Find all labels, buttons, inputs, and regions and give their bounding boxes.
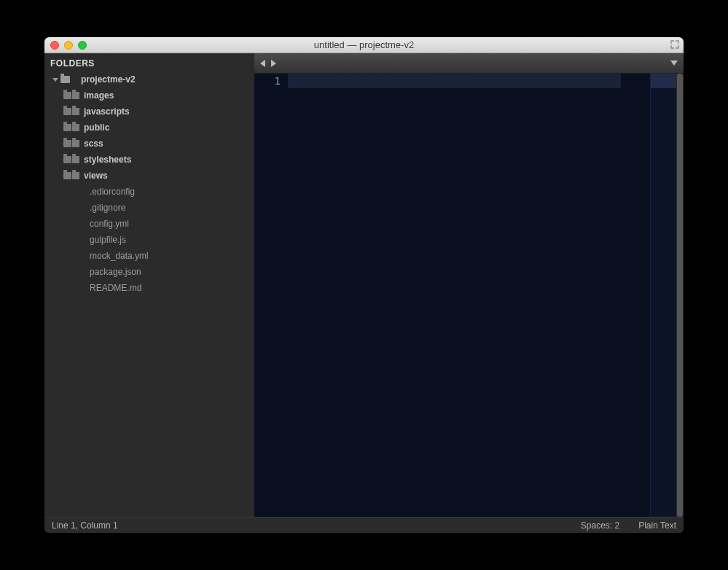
folder-icon [63,140,82,147]
editor-pane: 1 [254,53,684,517]
folder-icon [63,124,82,131]
app-body: FOLDERS projectme-v2 images [44,53,684,517]
folder-icon [63,108,82,115]
scrollbar[interactable] [676,74,684,517]
tree-file-label: gulpfile.js [90,235,126,245]
tree-folder-label: javascripts [84,106,130,117]
app-window: untitled — projectme-v2 FOLDERS projectm… [44,37,684,533]
tree-folder[interactable]: javascripts [44,104,254,120]
minimap[interactable] [650,74,676,517]
tree-file[interactable]: .ediorconfig [44,184,254,200]
tree-folder-label: public [84,122,109,133]
tree-folder[interactable]: views [44,168,254,184]
nav-forward-icon[interactable] [271,60,276,67]
sidebar: FOLDERS projectme-v2 images [44,53,254,517]
editor-body: 1 [254,74,684,517]
code-area[interactable] [288,74,650,517]
tree-file[interactable]: mock_data.yml [44,248,254,264]
folder-icon [63,156,82,163]
chevron-down-icon [52,76,59,83]
tree-file-label: README.md [90,283,141,293]
gutter: 1 [254,74,288,517]
tree-file-label: config.yml [90,219,129,229]
tree-file[interactable]: package.json [44,264,254,280]
close-button[interactable] [50,41,59,50]
current-line-highlight [288,74,621,88]
tree-file-label: .gitignore [90,203,125,213]
status-spaces[interactable]: Spaces: 2 [581,520,619,531]
sidebar-header: FOLDERS [44,53,254,71]
tree-folder-label: views [84,171,108,181]
tree-folder[interactable]: images [44,87,254,104]
folder-icon [60,76,79,83]
tree-file[interactable]: .gitignore [44,200,254,216]
minimap-viewport [651,74,676,88]
line-number: 1 [254,75,281,87]
tree-file[interactable]: README.md [44,280,254,296]
tree-file-label: mock_data.yml [90,251,149,261]
status-cursor[interactable]: Line 1, Column 1 [52,520,118,531]
statusbar: Line 1, Column 1 Spaces: 2 Plain Text [44,517,684,533]
tree-file-label: package.json [90,267,141,277]
tree-folder-label: images [84,90,114,101]
maximize-button[interactable] [78,41,87,50]
tree-folder-label: stylesheets [84,155,131,165]
tree-file-label: .ediorconfig [90,187,135,197]
tree-file[interactable]: config.yml [44,216,254,232]
status-syntax[interactable]: Plain Text [638,520,676,531]
tree-file[interactable]: gulpfile.js [44,232,254,248]
folder-icon [63,92,82,99]
folder-tree: projectme-v2 images javascripts public [44,71,254,296]
tree-folder[interactable]: stylesheets [44,152,254,168]
tab-menu-icon[interactable] [670,60,678,66]
folder-icon [63,172,82,179]
tree-folder[interactable]: scss [44,136,254,152]
traffic-lights [50,41,87,50]
titlebar[interactable]: untitled — projectme-v2 [44,37,684,53]
fullscreen-icon[interactable] [670,40,679,49]
nav-back-icon[interactable] [260,60,265,67]
tree-root-label: projectme-v2 [81,74,136,85]
minimize-button[interactable] [64,41,73,50]
tree-folder[interactable]: public [44,120,254,136]
tree-root[interactable]: projectme-v2 [44,71,254,87]
scrollbar-thumb[interactable] [677,74,683,517]
tree-folder-label: scss [84,138,103,149]
window-title: untitled — projectme-v2 [44,39,684,50]
tabbar [254,53,684,74]
